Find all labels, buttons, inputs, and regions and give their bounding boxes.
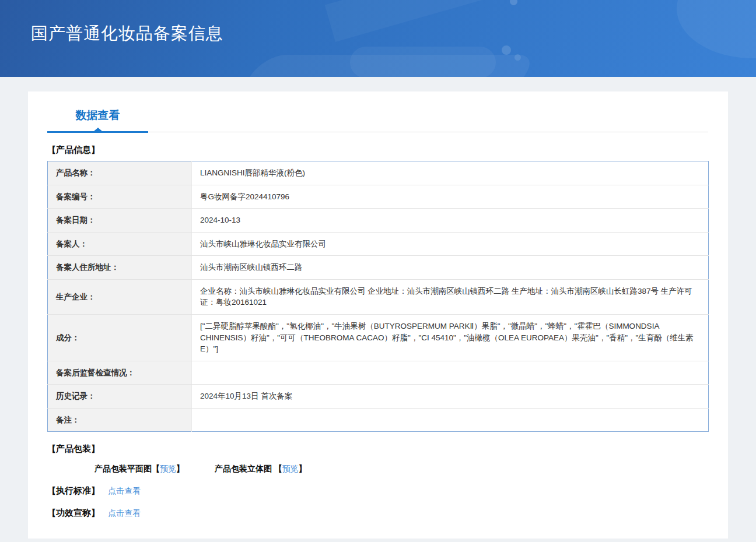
row-label-manufacturer: 生产企业： (48, 279, 192, 314)
packaging-stereo-label: 产品包装立体图 【 (215, 464, 282, 473)
content-card: 数据查看 【产品信息】 产品名称： LIANGNISHI唇部精华液(粉色) 备案… (28, 91, 728, 539)
packaging-row: 产品包装平面图【预览】 产品包装立体图 【预览】 (94, 464, 728, 474)
tab-data-view[interactable]: 数据查看 (47, 108, 148, 133)
tab-bar: 数据查看 (28, 91, 728, 133)
table-row: 产品名称： LIANGNISHI唇部精华液(粉色) (48, 161, 709, 185)
packaging-flat-label: 产品包装平面图【 (94, 464, 160, 473)
tab-bar-divider (148, 132, 708, 132)
row-value-supervision-check (192, 361, 709, 385)
section-efficacy-heading: 【功效宣称】 (47, 508, 100, 518)
header-decoration-blob (677, 0, 756, 58)
standard-row: 【执行标准】 点击查看 (47, 485, 728, 497)
table-row: 备案日期： 2024-10-13 (48, 209, 709, 233)
header-decoration-pill (350, 47, 496, 77)
packaging-stereo-bracket: 】 (299, 464, 307, 473)
row-value-registrant: 汕头市峡山雅琳化妆品实业有限公司 (192, 232, 709, 256)
page-title: 国产普通化妆品备案信息 (31, 22, 223, 45)
header-decoration-circle (514, 54, 521, 61)
row-value-ingredients: ["二异硬脂醇苹果酸酯"，"氢化椰油"，"牛油果树（BUTYROSPERMUM … (192, 314, 709, 361)
header-decoration-band (325, 0, 504, 42)
row-label-filing-number: 备案编号： (48, 185, 192, 209)
row-value-remarks (192, 408, 709, 432)
tab-arrow-up-icon (94, 128, 102, 131)
tab-data-view-label: 数据查看 (47, 108, 148, 123)
product-info-table: 产品名称： LIANGNISHI唇部精华液(粉色) 备案编号： 粤G妆网备字20… (47, 161, 709, 432)
row-label-product-name: 产品名称： (48, 161, 192, 185)
header-decoration-circle (510, 0, 517, 5)
row-value-manufacturer: 企业名称：汕头市峡山雅琳化妆品实业有限公司 企业地址：汕头市潮南区峡山镇西环二路… (192, 279, 709, 314)
row-label-registrant-address: 备案人住所地址： (48, 256, 192, 280)
row-value-product-name: LIANGNISHI唇部精华液(粉色) (192, 161, 709, 185)
page-header: 国产普通化妆品备案信息 (0, 0, 756, 77)
row-value-registrant-address: 汕头市潮南区峡山镇西环二路 (192, 256, 709, 280)
row-value-filing-number: 粤G妆网备字2024410796 (192, 185, 709, 209)
row-value-filing-date: 2024-10-13 (192, 209, 709, 233)
packaging-stereo-item: 产品包装立体图 【预览】 (215, 464, 307, 473)
row-value-history: 2024年10月13日 首次备案 (192, 385, 709, 409)
row-label-remarks: 备注： (48, 408, 192, 432)
standard-view-link[interactable]: 点击查看 (108, 486, 141, 495)
packaging-stereo-preview-link[interactable]: 预览 (282, 464, 299, 473)
table-row: 备注： (48, 408, 709, 432)
header-decoration-circle (502, 45, 511, 55)
efficacy-view-link[interactable]: 点击查看 (108, 508, 141, 518)
table-row: 备案后监督检查情况： (48, 361, 709, 385)
table-row: 生产企业： 企业名称：汕头市峡山雅琳化妆品实业有限公司 企业地址：汕头市潮南区峡… (48, 279, 709, 314)
section-packaging-heading: 【产品包装】 (47, 444, 728, 455)
table-row: 历史记录： 2024年10月13日 首次备案 (48, 385, 709, 409)
packaging-flat-bracket: 】 (176, 464, 184, 473)
row-label-registrant: 备案人： (48, 232, 192, 256)
row-label-ingredients: 成分： (48, 314, 192, 361)
table-row: 备案人住所地址： 汕头市潮南区峡山镇西环二路 (48, 256, 709, 280)
packaging-flat-preview-link[interactable]: 预览 (160, 464, 176, 473)
row-label-history: 历史记录： (48, 385, 192, 409)
packaging-flat-item: 产品包装平面图【预览】 (94, 464, 184, 473)
section-product-info-heading: 【产品信息】 (47, 145, 728, 156)
page-footer: 本站由国家药品监督管理局主办 版权所有 Copyright © NMPA All… (0, 539, 756, 542)
section-standard-heading: 【执行标准】 (47, 485, 100, 495)
row-label-supervision-check: 备案后监督检查情况： (48, 361, 192, 385)
table-row: 备案人： 汕头市峡山雅琳化妆品实业有限公司 (48, 232, 709, 256)
efficacy-row: 【功效宣称】 点击查看 (47, 508, 728, 519)
table-row: 成分： ["二异硬脂醇苹果酸酯"，"氢化椰油"，"牛油果树（BUTYROSPER… (48, 314, 709, 361)
tab-active-underline (47, 131, 148, 133)
row-label-filing-date: 备案日期： (48, 209, 192, 233)
table-row: 备案编号： 粤G妆网备字2024410796 (48, 185, 709, 209)
